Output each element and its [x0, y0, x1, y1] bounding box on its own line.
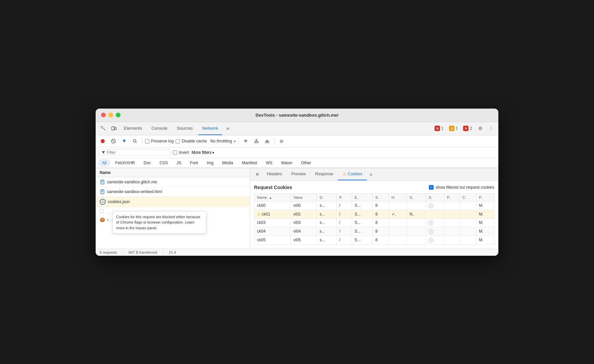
tab-response[interactable]: Response: [310, 168, 338, 180]
table-row[interactable]: ⚠ck01 vl01 s... / S... 8 ✓. N..: [254, 210, 494, 218]
filter-font[interactable]: Font: [186, 160, 202, 166]
panel-tabs-more[interactable]: »: [367, 172, 375, 177]
cell-s2: [407, 218, 426, 227]
filter-input[interactable]: [107, 150, 167, 155]
clear-button[interactable]: [109, 137, 118, 145]
cell-samesite: i: [426, 218, 444, 227]
cell-p3: M.: [476, 218, 494, 227]
invert-checkbox[interactable]: [173, 150, 177, 155]
tab-preview[interactable]: Preview: [287, 168, 310, 180]
filter-input-container[interactable]: [98, 149, 170, 156]
warning-exclamation: ⚠: [101, 199, 104, 204]
issues-count[interactable]: ✕ 2: [461, 125, 474, 132]
table-header-row: Name ▲ Value D. P. E. S. H. S. S. P. C.: [254, 193, 494, 201]
filter-js[interactable]: JS: [173, 160, 185, 166]
filter-manifest[interactable]: Manifest: [238, 160, 261, 166]
toolbar-divider-2: [238, 138, 239, 144]
partial-checkbox[interactable]: [100, 209, 104, 213]
filter-ws[interactable]: WS: [262, 160, 276, 166]
invert-label[interactable]: Invert: [173, 150, 189, 155]
col-p3[interactable]: P.: [476, 193, 494, 201]
table-row[interactable]: ck04 vl04 s... / S... 8 i: [254, 227, 494, 236]
col-p2[interactable]: P.: [444, 193, 460, 201]
online-icon[interactable]: [241, 137, 250, 145]
settings-icon[interactable]: ⚙: [476, 124, 485, 133]
show-filtered-checkbox[interactable]: ✓: [429, 185, 434, 190]
cell-s1: 8: [373, 218, 389, 227]
status-divider-2: |: [162, 250, 163, 254]
table-row[interactable]: ck00 vl00 s... / S... 8 i: [254, 201, 494, 210]
col-h[interactable]: H.: [389, 193, 407, 201]
more-filters-label: More filters: [192, 150, 211, 155]
maximize-button[interactable]: [116, 113, 120, 117]
close-button[interactable]: [101, 113, 106, 117]
preserve-log-checkbox[interactable]: [145, 139, 149, 143]
table-row[interactable]: ck03 vl03 s... / S... 8 i: [254, 218, 494, 227]
col-s2[interactable]: S.: [407, 193, 426, 201]
disable-cache-checkbox[interactable]: [176, 139, 180, 143]
filter-all[interactable]: All: [98, 160, 110, 166]
col-name[interactable]: Name ▲: [254, 193, 291, 201]
tab-console[interactable]: Console: [147, 122, 171, 135]
filter-css[interactable]: CSS: [156, 160, 171, 166]
filter-fetch-xhr[interactable]: Fetch/XHR: [111, 160, 139, 166]
minimize-button[interactable]: [108, 113, 113, 117]
col-s1[interactable]: S.: [373, 193, 389, 201]
filter-other[interactable]: Other: [297, 160, 315, 166]
inspect-icon[interactable]: [98, 124, 108, 133]
table-row[interactable]: ck05 vl05 s... / S... 8 i: [254, 236, 494, 244]
tab-elements[interactable]: Elements: [120, 122, 146, 135]
warning-count[interactable]: ⚠ 1: [447, 125, 460, 132]
search-button[interactable]: [131, 137, 139, 145]
tabs-more-icon[interactable]: »: [224, 125, 232, 131]
info-icon[interactable]: i: [429, 238, 433, 243]
close-panel-button[interactable]: ✕: [253, 172, 262, 177]
cell-h: [389, 218, 407, 227]
col-d[interactable]: D.: [317, 193, 336, 201]
request-item[interactable]: samesite-sandbox-embed.html: [96, 187, 250, 197]
filter-img[interactable]: Img: [203, 160, 217, 166]
filter-wasm[interactable]: Wasm: [278, 160, 296, 166]
cell-p: /: [336, 236, 352, 244]
col-c[interactable]: C.: [459, 193, 476, 201]
filter-button[interactable]: [120, 137, 129, 145]
req-cookies-header: Request Cookies ✓ show filtered out requ…: [254, 185, 494, 190]
disable-cache-label[interactable]: Disable cache: [176, 139, 207, 143]
more-filters-btn[interactable]: More filters ▾: [192, 150, 214, 155]
request-item[interactable]: samesite-sandbox.glitch.me: [96, 177, 250, 187]
show-filtered-label[interactable]: ✓ show filtered out request cookies: [429, 185, 494, 190]
throttle-control[interactable]: No throttling ▾: [209, 138, 236, 144]
cell-s1: 8: [373, 236, 389, 244]
col-e[interactable]: E.: [352, 193, 373, 201]
filter-doc[interactable]: Doc: [140, 160, 154, 166]
warning-circle-icon: ⚠: [100, 199, 106, 205]
col-value[interactable]: Value: [291, 193, 317, 201]
network-settings-icon[interactable]: ⚙: [277, 137, 286, 145]
tab-network[interactable]: Network: [198, 122, 222, 135]
filter-media[interactable]: Media: [218, 160, 237, 166]
filter-bar: Invert More filters ▾: [96, 147, 498, 158]
cell-p: /: [336, 210, 352, 218]
col-p[interactable]: P.: [336, 193, 352, 201]
upload-icon[interactable]: [252, 137, 261, 145]
name-column-header: Name: [100, 170, 111, 175]
throttle-dropdown-icon[interactable]: ▾: [234, 139, 236, 143]
preserve-log-label[interactable]: Preserve log: [145, 139, 174, 143]
col-s3[interactable]: S.: [426, 193, 444, 201]
info-icon[interactable]: i: [429, 229, 433, 234]
tab-sources[interactable]: Sources: [173, 122, 197, 135]
device-icon[interactable]: [109, 124, 118, 133]
info-icon[interactable]: i: [429, 203, 433, 208]
cell-c: [459, 236, 476, 244]
request-item-selected[interactable]: ⚠ cookies.json: [96, 197, 250, 207]
download-icon[interactable]: [263, 137, 271, 145]
tab-cookies[interactable]: ⚠ Cookies: [338, 168, 367, 180]
tab-headers[interactable]: Headers: [262, 168, 287, 180]
info-icon[interactable]: i: [429, 221, 433, 225]
cookie-icon: 🍪: [100, 217, 105, 222]
cell-s2: [407, 227, 426, 236]
error-count[interactable]: ✕ 1: [433, 125, 446, 132]
record-button[interactable]: [98, 137, 107, 145]
more-icon[interactable]: ⋮: [486, 124, 496, 133]
cell-s1: 8: [373, 201, 389, 210]
